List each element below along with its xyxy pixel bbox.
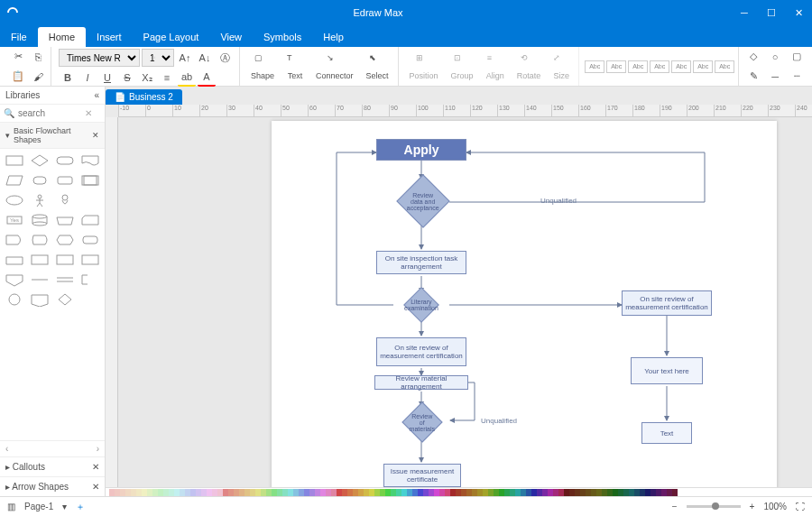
subscript-button[interactable]: X₂ (138, 69, 156, 87)
shape-pentagon[interactable] (29, 291, 51, 308)
shape-line1[interactable] (29, 272, 51, 288)
shape-circle[interactable] (4, 291, 25, 308)
menu-page-layout[interactable]: Page Layout (133, 27, 210, 47)
shape-next[interactable]: › (97, 444, 99, 454)
menu-help[interactable]: Help (312, 27, 355, 47)
shape-actor[interactable] (54, 192, 76, 208)
shadow-button[interactable]: ▢ (788, 48, 806, 66)
size-tool[interactable]: ⤢Size (548, 51, 575, 82)
shape-manual[interactable] (54, 212, 76, 228)
canvas-tab[interactable]: 📄 Business 2 (106, 89, 182, 105)
fill-button[interactable]: ◇ (744, 48, 762, 66)
node-measure[interactable]: On site review of measurement certificat… (622, 290, 712, 316)
increase-font-button[interactable]: A↑ (176, 49, 194, 67)
minimize-button[interactable]: ─ (731, 0, 758, 25)
shape-rounded[interactable] (54, 172, 76, 189)
shape-decision[interactable] (29, 152, 51, 169)
shape-double[interactable] (79, 172, 101, 189)
shape-prev[interactable]: ‹ (5, 444, 8, 454)
node-issue[interactable]: Issue measurement certificate (383, 464, 461, 487)
menu-view[interactable]: View (209, 27, 253, 47)
shape-cylinder[interactable] (29, 212, 51, 228)
shape-stored[interactable] (29, 172, 51, 189)
node-apply[interactable]: Apply (376, 139, 466, 161)
zoom-slider[interactable] (687, 505, 741, 508)
node-text[interactable]: Text (641, 422, 692, 444)
node-review[interactable]: Review data and acceptance (396, 174, 449, 227)
menu-home[interactable]: Home (38, 27, 86, 47)
node-review-materials[interactable]: Review of materials (401, 401, 442, 442)
zoom-in-button[interactable]: + (750, 502, 755, 511)
clear-format-button[interactable]: Ⓐ (216, 49, 234, 67)
shape-rect4[interactable] (79, 252, 101, 268)
shape-card[interactable] (79, 212, 101, 228)
dash-button[interactable]: ┄ (788, 68, 806, 86)
add-page-button[interactable]: ＋ (76, 501, 85, 513)
shape-person[interactable] (29, 192, 51, 208)
quick-style-1[interactable]: Abc (585, 60, 604, 73)
node-onsite[interactable]: On site inspection task arrangement (376, 251, 466, 274)
shape-offpage[interactable] (4, 272, 25, 288)
shapes-section-head[interactable]: ▾Basic Flowchart Shapes✕ (0, 123, 105, 149)
arrow-shapes-section[interactable]: ▸ Arrow Shapes✕ (0, 476, 105, 496)
quick-style-4[interactable]: Abc (650, 60, 669, 73)
search-clear-icon[interactable]: ✕ (85, 108, 92, 118)
menu-symbols[interactable]: Symbols (253, 27, 312, 47)
bullet-button[interactable]: ≡ (158, 69, 176, 87)
quick-style-5[interactable]: Abc (671, 60, 691, 73)
node-material-arrangement[interactable]: Review material arrangement (374, 375, 468, 390)
menu-file[interactable]: File (0, 27, 38, 47)
copy-button[interactable]: ⎘ (29, 48, 47, 66)
line2-button[interactable]: ─ (766, 68, 784, 86)
underline-button[interactable]: U (98, 69, 116, 87)
shape-prep[interactable] (79, 232, 101, 248)
quick-style-3[interactable]: Abc (628, 60, 648, 73)
decrease-font-button[interactable]: A↓ (196, 49, 214, 67)
shape-process[interactable] (4, 152, 25, 169)
highlight-button[interactable]: ab (178, 69, 196, 87)
paste-button[interactable]: 📋 (9, 68, 27, 86)
zoom-out-button[interactable]: − (672, 502, 678, 511)
collapse-libraries-icon[interactable]: « (94, 90, 99, 100)
shape-rect3[interactable] (54, 252, 76, 268)
node-your-text[interactable]: Your text here (631, 357, 703, 384)
font-size-select[interactable]: 10 (142, 49, 174, 67)
node-review-cert[interactable]: On site review of measurement certificat… (376, 337, 466, 366)
node-literary[interactable]: Literary examination (403, 287, 439, 323)
shape-blank2[interactable] (79, 291, 101, 308)
cut-button[interactable]: ✂ (9, 48, 27, 66)
quick-style-2[interactable]: Abc (606, 60, 626, 73)
search-input[interactable] (18, 108, 81, 118)
connector-tool[interactable]: ↘Connector (310, 51, 359, 82)
format-painter-button[interactable]: 🖌 (29, 68, 47, 86)
text-tool[interactable]: TText (281, 51, 309, 82)
callouts-section[interactable]: ▸ Callouts✕ (0, 456, 105, 476)
rotate-tool[interactable]: ⟲Rotate (512, 51, 547, 82)
shape-annotation[interactable] (79, 272, 101, 288)
position-tool[interactable]: ⊞Position (404, 51, 444, 82)
align-tool[interactable]: ≡Align (481, 51, 510, 82)
fit-page-button[interactable]: ⛶ (796, 502, 805, 511)
select-tool[interactable]: ⬉Select (361, 51, 394, 82)
menu-insert[interactable]: Insert (86, 27, 133, 47)
shape-display[interactable] (29, 232, 51, 248)
quick-style-7[interactable]: Abc (715, 60, 734, 73)
pen-button[interactable]: ✎ (744, 68, 762, 86)
bold-button[interactable]: B (59, 69, 77, 87)
color-palette[interactable] (106, 487, 812, 496)
maximize-button[interactable]: ☐ (758, 0, 785, 25)
shape-line2[interactable] (54, 272, 76, 288)
shape-rect2[interactable] (29, 252, 51, 268)
shape-ellipse[interactable] (4, 192, 25, 208)
close-button[interactable]: ✕ (785, 0, 812, 25)
shape-document[interactable] (79, 152, 101, 169)
group-tool[interactable]: ⊡Group (446, 51, 479, 82)
strike-button[interactable]: S (118, 69, 136, 87)
font-color-button[interactable]: A (198, 69, 216, 87)
shape-blank[interactable] (79, 192, 101, 208)
shape-tool[interactable]: ▢Shape (245, 51, 280, 82)
shape-tape[interactable] (4, 252, 25, 268)
shape-delay[interactable] (4, 232, 25, 248)
page[interactable]: Apply Review data and acceptance Unquali… (272, 121, 777, 487)
shape-data[interactable] (4, 172, 25, 189)
